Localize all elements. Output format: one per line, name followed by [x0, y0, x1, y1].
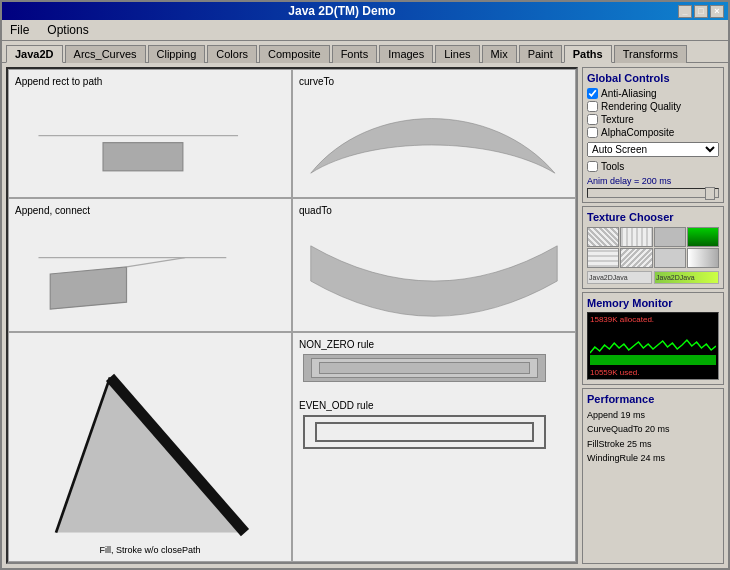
memory-monitor-section: Memory Monitor 15839K allocated. 10559K …	[582, 292, 724, 385]
minimize-button[interactable]: _	[678, 5, 692, 18]
tab-transforms[interactable]: Transforms	[614, 45, 687, 63]
texture-grid	[587, 227, 719, 268]
texture-checkbox[interactable]	[587, 114, 598, 125]
perf-item: FillStroke 25 ms	[587, 437, 719, 451]
texture-row: Texture	[587, 114, 719, 125]
texture-cell-8[interactable]	[687, 248, 719, 268]
alpha-composite-row: AlphaComposite	[587, 127, 719, 138]
texture-preview-2: Java2DJava	[654, 271, 719, 284]
tab-java2d[interactable]: Java2D	[6, 45, 63, 63]
tools-checkbox[interactable]	[587, 161, 598, 172]
svg-rect-7	[590, 355, 716, 365]
performance-section: Performance Append 19 msCurveQuadTo 20 m…	[582, 388, 724, 564]
menu-bar: File Options	[2, 20, 728, 41]
curve-to-label: curveTo	[299, 76, 569, 87]
bottom-grid: Fill, Stroke w/o closePath NON_ZERO rule…	[8, 332, 576, 562]
append-rect-label: Append rect to path	[15, 76, 285, 87]
menu-options[interactable]: Options	[43, 22, 92, 38]
anti-aliasing-row: Anti-Aliasing	[587, 88, 719, 99]
menu-file[interactable]: File	[6, 22, 33, 38]
performance-title: Performance	[587, 393, 719, 405]
fill-stroke-label: Fill, Stroke w/o closePath	[99, 545, 200, 555]
used-text: 10559K used.	[590, 368, 639, 377]
perf-item: WindingRule 24 ms	[587, 451, 719, 465]
monitor-bars	[590, 335, 716, 365]
window-title: Java 2D(TM) Demo	[6, 4, 678, 18]
screen-dropdown[interactable]: Auto Screen Screen 1 Screen 2	[587, 142, 719, 157]
rendering-quality-checkbox[interactable]	[587, 101, 598, 112]
tab-images[interactable]: Images	[379, 45, 433, 63]
global-controls-title: Global Controls	[587, 72, 719, 84]
maximize-button[interactable]: □	[694, 5, 708, 18]
perf-item: Append 19 ms	[587, 408, 719, 422]
left-demo-area: Append rect to path curveTo Append, conn…	[6, 67, 578, 564]
texture-chooser-title: Texture Chooser	[587, 211, 719, 223]
tab-paint[interactable]: Paint	[519, 45, 562, 63]
tab-mix[interactable]: Mix	[482, 45, 517, 63]
cell-append-rect: Append rect to path	[8, 69, 292, 198]
memory-monitor-title: Memory Monitor	[587, 297, 719, 309]
anim-delay-label: Anim delay = 200 ms	[587, 176, 719, 186]
cell-quad-to: quadTo	[292, 198, 576, 333]
append-connect-label: Append, connect	[15, 205, 285, 216]
tab-arcs-curves[interactable]: Arcs_Curves	[65, 45, 146, 63]
title-bar: Java 2D(TM) Demo _ □ ×	[2, 2, 728, 20]
top-grid: Append rect to path curveTo Append, conn…	[8, 69, 576, 332]
svg-rect-1	[103, 143, 183, 171]
tab-clipping[interactable]: Clipping	[148, 45, 206, 63]
global-controls: Global Controls Anti-Aliasing Rendering …	[582, 67, 724, 203]
texture-cell-6[interactable]	[620, 248, 652, 268]
slider-thumb[interactable]	[705, 187, 715, 200]
alpha-composite-label: AlphaComposite	[601, 127, 674, 138]
cell-curve-to: curveTo	[292, 69, 576, 198]
non-zero-label: NON_ZERO rule	[299, 339, 569, 350]
texture-cell-3[interactable]	[654, 227, 686, 247]
tab-fonts[interactable]: Fonts	[332, 45, 378, 63]
allocated-text: 15839K allocated.	[590, 315, 654, 324]
texture-label: Texture	[601, 114, 634, 125]
rendering-quality-row: Rendering Quality	[587, 101, 719, 112]
anti-aliasing-label: Anti-Aliasing	[601, 88, 657, 99]
even-odd-label: EVEN_ODD rule	[299, 400, 569, 411]
main-window: Java 2D(TM) Demo _ □ × File Options Java…	[0, 0, 730, 570]
perf-item: CurveQuadTo 20 ms	[587, 422, 719, 436]
close-button[interactable]: ×	[710, 5, 724, 18]
tools-label: Tools	[601, 161, 624, 172]
svg-line-3	[127, 257, 186, 266]
texture-cell-2[interactable]	[620, 227, 652, 247]
tab-colors[interactable]: Colors	[207, 45, 257, 63]
window-controls: _ □ ×	[678, 5, 724, 18]
right-panel: Global Controls Anti-Aliasing Rendering …	[582, 67, 724, 564]
texture-cell-7[interactable]	[654, 248, 686, 268]
alpha-composite-checkbox[interactable]	[587, 127, 598, 138]
texture-cell-5[interactable]	[587, 248, 619, 268]
tools-row: Tools	[587, 161, 719, 172]
texture-preview-row: Java2DJava Java2DJava	[587, 271, 719, 284]
tab-composite[interactable]: Composite	[259, 45, 330, 63]
texture-preview-1: Java2DJava	[587, 271, 652, 284]
texture-chooser-section: Texture Chooser Java2DJava Java2DJava	[582, 206, 724, 289]
cell-fill-stroke: Fill, Stroke w/o closePath	[8, 332, 292, 562]
cell-append-connect: Append, connect	[8, 198, 292, 333]
anti-aliasing-checkbox[interactable]	[587, 88, 598, 99]
tab-paths[interactable]: Paths	[564, 45, 612, 63]
tab-bar: Java2D Arcs_Curves Clipping Colors Compo…	[2, 41, 728, 62]
rendering-quality-label: Rendering Quality	[601, 101, 681, 112]
anim-slider-track[interactable]	[587, 188, 719, 198]
texture-cell-4[interactable]	[687, 227, 719, 247]
tab-lines[interactable]: Lines	[435, 45, 479, 63]
memory-monitor-screen: 15839K allocated. 10559K used.	[587, 312, 719, 380]
cell-rules: NON_ZERO rule EVEN_ODD rule	[292, 332, 576, 562]
main-content: Append rect to path curveTo Append, conn…	[2, 62, 728, 568]
quad-to-label: quadTo	[299, 205, 569, 216]
texture-cell-1[interactable]	[587, 227, 619, 247]
